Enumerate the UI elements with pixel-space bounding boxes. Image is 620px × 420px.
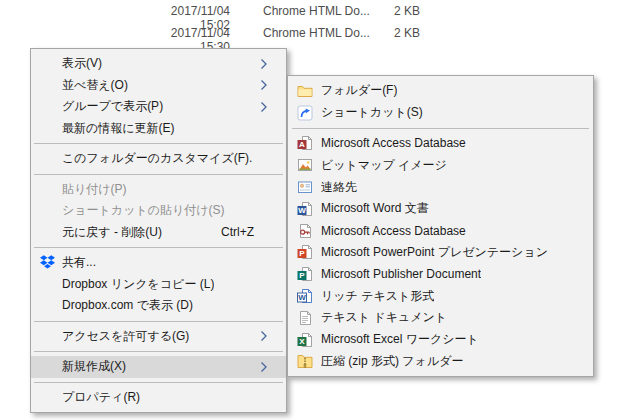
menu-item-paste: 貼り付け(P) — [31, 179, 286, 201]
access-icon: A — [297, 135, 313, 151]
submenu-item-bitmap-image[interactable]: ビットマップ イメージ — [288, 154, 593, 176]
file-size: 2 KB — [370, 4, 420, 18]
submenu-item-word-document[interactable]: W Microsoft Word 文書 — [288, 198, 593, 220]
file-list-row[interactable]: 2017/11/04 15:02 Chrome HTML Do... 2 KB — [0, 4, 620, 20]
menu-separator — [34, 247, 283, 248]
dropbox-icon — [40, 255, 56, 271]
menu-item-refresh[interactable]: 最新の情報に更新(E) — [31, 118, 286, 140]
submenu-item-text-document[interactable]: テキスト ドキュメント — [288, 307, 593, 329]
menu-separator — [34, 143, 283, 144]
submenu-item-rich-text[interactable]: W リッチ テキスト形式 — [288, 285, 593, 307]
powerpoint-icon: P — [297, 244, 313, 260]
submenu-item-access-database-2[interactable]: Microsoft Access Database — [288, 220, 593, 242]
menu-item-customize-folder[interactable]: このフォルダーのカスタマイズ(F)... — [31, 148, 286, 170]
menu-separator — [34, 321, 283, 322]
word-icon: W — [297, 201, 313, 217]
chevron-right-icon — [261, 102, 267, 112]
file-size: 2 KB — [370, 26, 420, 40]
menu-item-new[interactable]: 新規作成(X) — [31, 356, 286, 378]
contact-icon — [297, 179, 313, 195]
menu-separator — [34, 174, 283, 175]
shortcut-icon — [297, 105, 313, 121]
svg-text:X: X — [299, 337, 305, 346]
bitmap-image-icon — [297, 157, 313, 173]
chevron-right-icon — [261, 59, 267, 69]
text-document-icon — [297, 310, 313, 326]
menu-item-view[interactable]: 表示(V) — [31, 53, 286, 75]
submenu-item-publisher-document[interactable]: P Microsoft Publisher Document — [288, 263, 593, 285]
svg-text:A: A — [299, 140, 305, 149]
submenu-item-powerpoint-presentation[interactable]: P Microsoft PowerPoint プレゼンテーション — [288, 242, 593, 264]
excel-icon: X — [297, 332, 313, 348]
menu-separator — [34, 382, 283, 383]
menu-item-paste-shortcut: ショートカットの貼り付け(S) — [31, 200, 286, 222]
svg-text:P: P — [299, 249, 305, 258]
menu-item-give-access[interactable]: アクセスを許可する(G) — [31, 326, 286, 348]
context-menu: 表示(V) 並べ替え(O) グループで表示(P) 最新の情報に更新(E) このフ… — [30, 48, 287, 413]
menu-item-share[interactable]: 共有... — [31, 252, 286, 274]
chevron-right-icon — [261, 80, 267, 90]
folder-icon — [297, 83, 313, 99]
menu-item-undo-delete[interactable]: 元に戻す - 削除(U) Ctrl+Z — [31, 222, 286, 244]
rich-text-icon: W — [297, 288, 313, 304]
menu-item-sort-by[interactable]: 並べ替え(O) — [31, 75, 286, 97]
submenu-item-access-database[interactable]: A Microsoft Access Database — [288, 133, 593, 155]
submenu-item-folder[interactable]: フォルダー(F) — [288, 80, 593, 102]
access-key-icon — [297, 223, 313, 239]
menu-item-view-on-dropbox[interactable]: Dropbox.com で表示 (D) — [31, 295, 286, 317]
menu-separator — [34, 351, 283, 352]
menu-item-properties[interactable]: プロパティ(R) — [31, 387, 286, 409]
file-type: Chrome HTML Do... — [263, 26, 370, 40]
file-type: Chrome HTML Do... — [263, 4, 370, 18]
submenu-item-zip-folder[interactable]: 圧縮 (zip 形式) フォルダー — [288, 351, 593, 373]
svg-text:W: W — [298, 206, 306, 215]
svg-text:P: P — [299, 271, 305, 280]
zip-folder-icon — [297, 353, 313, 369]
chevron-right-icon — [261, 331, 267, 341]
menu-item-copy-dropbox-link[interactable]: Dropbox リンクをコピー (L) — [31, 274, 286, 296]
keyboard-shortcut: Ctrl+Z — [221, 222, 254, 244]
menu-item-group-by[interactable]: グループで表示(P) — [31, 96, 286, 118]
chevron-right-icon — [261, 362, 267, 372]
submenu-item-shortcut[interactable]: ショートカット(S) — [288, 102, 593, 124]
new-submenu: フォルダー(F) ショートカット(S) A Microsoft Access D… — [287, 75, 594, 377]
submenu-item-contact[interactable]: 連絡先 — [288, 176, 593, 198]
menu-separator — [292, 128, 589, 129]
svg-text:W: W — [298, 293, 306, 302]
publisher-icon: P — [297, 266, 313, 282]
submenu-item-excel-worksheet[interactable]: X Microsoft Excel ワークシート — [288, 329, 593, 351]
file-list-row[interactable]: 2017/11/04 15:30 Chrome HTML Do... 2 KB — [0, 26, 620, 42]
